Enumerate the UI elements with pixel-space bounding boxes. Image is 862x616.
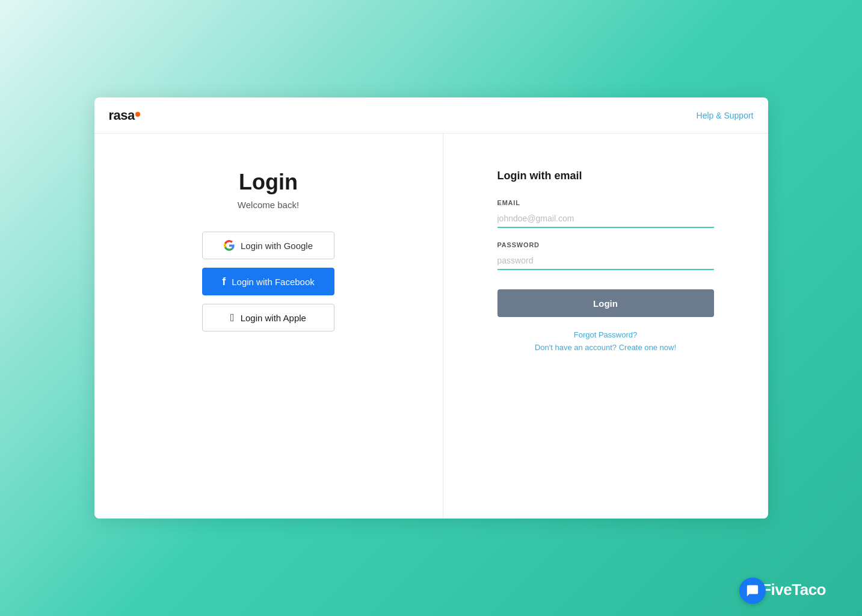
chat-icon <box>746 584 759 597</box>
facebook-icon: f <box>222 276 226 288</box>
apple-icon:  <box>230 312 235 323</box>
email-field-group: EMAIL <box>497 199 714 228</box>
left-panel: Login Welcome back! Login with Google f … <box>94 134 443 519</box>
login-title: Login <box>239 170 298 195</box>
forgot-password-link[interactable]: Forgot Password? <box>497 330 714 339</box>
email-section: Login with email EMAIL PASSWORD Login Fo… <box>497 170 714 352</box>
apple-btn-label: Login with Apple <box>241 313 306 323</box>
google-login-button[interactable]: Login with Google <box>202 232 334 259</box>
main-card: rasa Help & Support Login Welcome back! … <box>94 97 768 519</box>
header: rasa Help & Support <box>94 97 768 134</box>
facebook-btn-label: Login with Facebook <box>232 277 315 287</box>
email-input[interactable] <box>497 210 714 228</box>
create-account-link[interactable]: Don't have an account? Create one now! <box>497 343 714 352</box>
card-body: Login Welcome back! Login with Google f … <box>94 134 768 519</box>
apple-login-button[interactable]:  Login with Apple <box>202 304 334 331</box>
right-panel: Login with email EMAIL PASSWORD Login Fo… <box>443 134 768 519</box>
login-subtitle: Welcome back! <box>238 200 299 210</box>
password-field-group: PASSWORD <box>497 241 714 270</box>
help-support-link[interactable]: Help & Support <box>697 111 754 120</box>
google-btn-label: Login with Google <box>241 241 313 251</box>
logo-text: rasa <box>109 108 135 123</box>
password-label: PASSWORD <box>497 241 714 248</box>
bottom-brand: FiveTaco <box>762 581 826 599</box>
logo-dot <box>135 112 140 117</box>
google-icon <box>224 240 235 251</box>
facebook-login-button[interactable]: f Login with Facebook <box>202 268 334 295</box>
email-section-title: Login with email <box>497 170 714 182</box>
password-input[interactable] <box>497 252 714 270</box>
logo: rasa <box>109 108 140 123</box>
chat-widget-button[interactable] <box>739 578 766 604</box>
login-submit-button[interactable]: Login <box>497 289 714 317</box>
email-label: EMAIL <box>497 199 714 206</box>
